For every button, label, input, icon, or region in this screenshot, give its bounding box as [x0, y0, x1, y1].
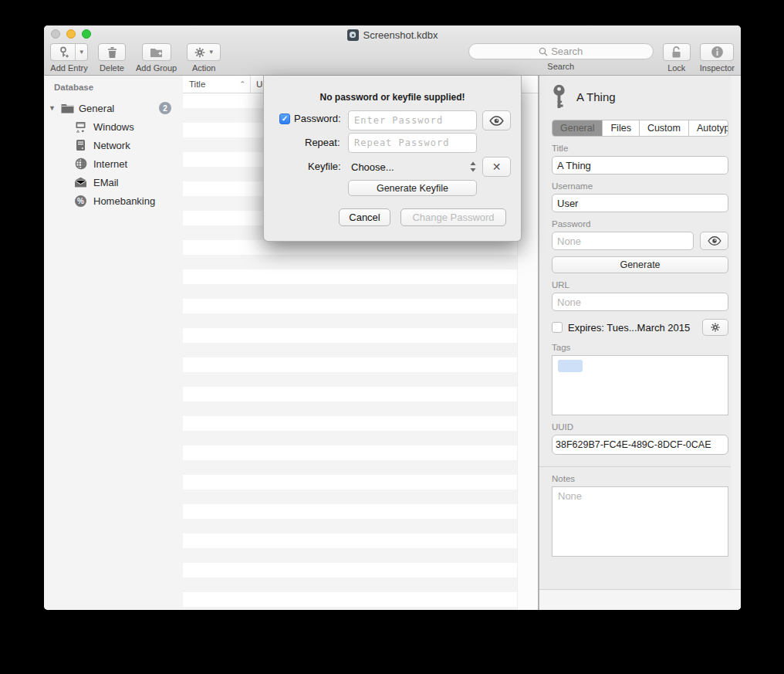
add-group-label: Add Group: [136, 63, 177, 73]
gear-icon: [194, 46, 206, 59]
notes-field[interactable]: None: [552, 486, 728, 557]
change-password-sheet: No password or keyfile supplied! ✓ Passw…: [263, 76, 522, 242]
tab-files[interactable]: Files: [603, 120, 639, 136]
sidebar-section-header: Database: [44, 83, 183, 92]
title-field[interactable]: [552, 156, 728, 174]
password-field[interactable]: [552, 232, 694, 250]
sidebar-item-label: General: [79, 103, 114, 114]
close-x-icon: ✕: [492, 161, 502, 173]
column-header-title[interactable]: Title ⌃: [183, 76, 251, 93]
windows-icon: [74, 120, 87, 134]
eye-icon: [489, 116, 504, 126]
inspector-header: A Thing: [552, 83, 728, 110]
repeat-password-input[interactable]: [348, 133, 477, 153]
uuid-field-label: UUID: [552, 422, 728, 432]
add-group-button[interactable]: [142, 43, 171, 61]
sheet-reveal-password-button[interactable]: [482, 110, 511, 130]
sidebar-item-label: Homebanking: [93, 195, 155, 207]
expires-row: Expires: Tues...March 2015: [552, 319, 728, 336]
delete-label: Delete: [100, 63, 124, 73]
add-entry-toolbar-item: ▼ Add Entry: [50, 43, 88, 73]
expires-label: Expires: Tues...March 2015: [568, 322, 697, 334]
info-icon: [711, 46, 724, 59]
screenshot-stage: Screenshot.kdbx ▼ Add Entry: [0, 0, 784, 674]
unlocked-padlock-icon: [671, 46, 682, 59]
cancel-button[interactable]: Cancel: [339, 208, 390, 226]
search-placeholder: Search: [551, 46, 583, 57]
uuid-field[interactable]: [552, 435, 728, 455]
folder-icon: [61, 102, 74, 115]
add-entry-dropdown-arrow[interactable]: ▼: [76, 44, 87, 60]
tab-custom[interactable]: Custom: [640, 120, 689, 136]
username-field-label: Username: [552, 181, 728, 191]
sidebar-item-label: EMail: [93, 177, 119, 188]
search-input[interactable]: Search: [468, 43, 654, 59]
toolbar-left-group: ▼ Add Entry Delete Add Group: [50, 43, 221, 73]
delete-toolbar-item: Delete: [98, 43, 126, 73]
generate-keyfile-button[interactable]: Generate Keyfile: [348, 180, 477, 196]
inspector-tabs: General Files Custom Autotype: [552, 120, 728, 137]
search-toolbar-item: Search Search: [468, 43, 654, 71]
add-entry-button[interactable]: ▼: [50, 43, 88, 61]
percent-icon: %: [74, 195, 87, 208]
change-password-button[interactable]: Change Password: [400, 208, 506, 226]
tab-autotype[interactable]: Autotype: [689, 120, 728, 136]
password-checkbox-label: Password:: [294, 113, 341, 124]
clear-keyfile-button[interactable]: ✕: [482, 157, 511, 177]
gear-icon: [710, 322, 721, 333]
globe-icon: [74, 157, 87, 171]
sidebar-item-label: Internet: [93, 158, 127, 170]
inspector-button[interactable]: [700, 43, 734, 61]
action-label: Action: [192, 63, 216, 73]
trash-icon: [106, 46, 118, 59]
sidebar-item-windows[interactable]: Windows: [44, 117, 183, 136]
toolbar-right-group: Search Search Lock Inspector: [468, 43, 735, 73]
document-icon: [347, 29, 359, 41]
window-title-area: Screenshot.kdbx: [44, 28, 741, 42]
inspector-panel: A Thing General Files Custom Autotype Ti…: [538, 76, 741, 610]
popup-stepper-icon: [469, 161, 477, 173]
expires-options-button[interactable]: [702, 319, 728, 336]
column-title-label: Title: [189, 80, 205, 89]
sidebar-item-general[interactable]: ▼ General 2: [44, 99, 183, 117]
sidebar-item-internet[interactable]: Internet: [44, 154, 183, 173]
keyfile-label: Keyfile:: [308, 161, 341, 172]
enter-password-input[interactable]: [348, 110, 477, 130]
sidebar-item-email[interactable]: EMail: [44, 173, 183, 191]
delete-button[interactable]: [98, 43, 126, 61]
inspector-scrollbar[interactable]: [731, 76, 741, 610]
url-field[interactable]: [552, 293, 728, 311]
disclosure-triangle-icon[interactable]: ▼: [49, 104, 56, 112]
sidebar-item-label: Network: [93, 140, 130, 151]
sidebar-item-network[interactable]: Network: [44, 136, 183, 154]
inspector-bottom-bar: [539, 589, 741, 610]
key-plus-icon[interactable]: [51, 44, 76, 60]
tab-general[interactable]: General: [553, 120, 603, 136]
inspector-toolbar-item: Inspector: [700, 43, 735, 73]
lock-label: Lock: [667, 63, 685, 73]
reveal-password-button[interactable]: [700, 232, 728, 250]
generate-password-button[interactable]: Generate: [552, 256, 728, 273]
tags-box[interactable]: [552, 355, 728, 415]
password-checkbox[interactable]: ✓: [279, 113, 290, 124]
action-toolbar-item: ▼ Action: [187, 43, 221, 73]
lock-toolbar-item: Lock: [663, 43, 691, 73]
sort-ascending-icon: ⌃: [239, 80, 245, 88]
action-button[interactable]: ▼: [187, 43, 221, 61]
add-entry-label: Add Entry: [50, 63, 87, 73]
keyfile-popup[interactable]: Choose...: [351, 157, 477, 177]
tag-chip[interactable]: [558, 360, 583, 372]
search-label: Search: [547, 62, 574, 71]
server-icon: [74, 139, 87, 152]
inspector-label: Inspector: [700, 63, 735, 73]
action-dropdown-arrow: ▼: [208, 49, 215, 56]
title-field-label: Title: [552, 144, 728, 153]
add-group-toolbar-item: Add Group: [136, 43, 177, 73]
entry-count-badge: 2: [159, 102, 171, 114]
expires-checkbox[interactable]: [552, 322, 563, 333]
lock-button[interactable]: [663, 43, 691, 61]
sidebar-item-homebanking[interactable]: % Homebanking: [44, 191, 183, 210]
notes-divider: [539, 466, 741, 467]
search-icon: [539, 47, 548, 56]
username-field[interactable]: [552, 194, 728, 212]
